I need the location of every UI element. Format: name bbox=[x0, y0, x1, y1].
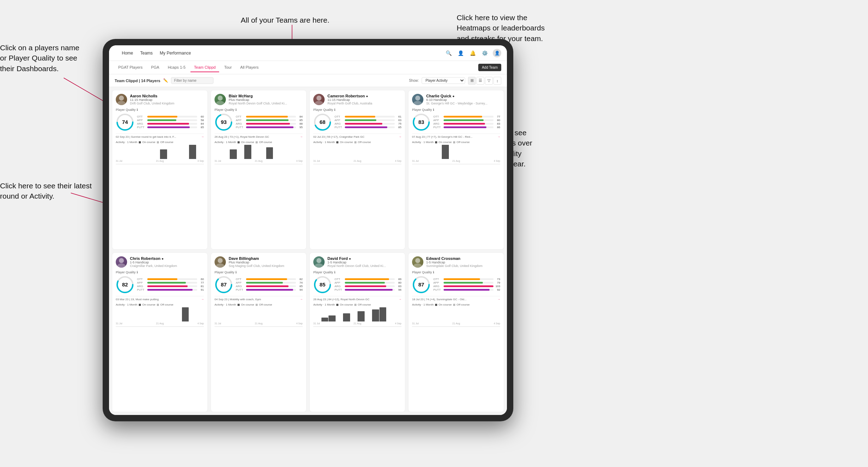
svg-point-10 bbox=[218, 96, 223, 101]
nav-icons: 🔍 👤 🔔 ⚙️ 👤 bbox=[445, 49, 501, 57]
stats-list: OTT 60 APP 77 ARG 81 bbox=[137, 278, 204, 292]
player-grid: Aaron Nicholls 11-15 Handicap Drift Golf… bbox=[109, 87, 507, 415]
player-club: Drift Golf Club, United Kingdom bbox=[130, 102, 204, 105]
svg-point-15 bbox=[316, 96, 321, 101]
stats-list: OTT 89 APP 80 ARG 83 bbox=[335, 278, 401, 292]
person-icon[interactable]: 👤 bbox=[457, 49, 464, 57]
chart-area: 31 Jul21 Aug4 Sep bbox=[215, 145, 303, 164]
avatar-icon[interactable]: 👤 bbox=[493, 49, 501, 57]
tab-all-players[interactable]: All Players bbox=[237, 63, 262, 72]
player-handicap: Plus Handicap bbox=[229, 261, 303, 264]
player-club: Royal North Devon Golf Club, United Ki..… bbox=[327, 264, 401, 268]
latest-round[interactable]: 26 Aug 23 | 84 (+12), Royal North Devon … bbox=[313, 296, 401, 301]
activity-label: Activity · 1 Month On course Off course bbox=[215, 303, 303, 306]
quality-circle[interactable]: 87 bbox=[215, 275, 233, 294]
add-team-button[interactable]: Add Team bbox=[478, 64, 501, 71]
quality-circle[interactable]: 68 bbox=[313, 113, 332, 131]
svg-text:74: 74 bbox=[122, 119, 128, 125]
tab-team-clippd[interactable]: Team Clippd bbox=[190, 63, 219, 72]
latest-round[interactable]: 07 Aug 23 | 77 (+7), St George's Hill GC… bbox=[412, 133, 500, 138]
quality-circle[interactable]: 93 bbox=[215, 113, 233, 131]
tab-bar: PGAT Players PGA Hcaps 1-5 Team Clippd T… bbox=[109, 61, 507, 74]
stat-row-arg: ARG 84 bbox=[137, 122, 204, 125]
show-select[interactable]: Player Activity Quality Score Trend bbox=[422, 77, 465, 84]
player-name[interactable]: Aaron Nicholls bbox=[130, 94, 158, 98]
quality-section: 85 OTT 89 APP 80 ARG bbox=[313, 275, 401, 294]
player-card: Cameron Robertson ● 11-15 Handicap Royal… bbox=[309, 90, 405, 250]
player-name[interactable]: David Ford bbox=[327, 256, 348, 261]
latest-round[interactable]: 04 Sep 23 | Mobility with coach, Gym → bbox=[215, 296, 303, 301]
filter-button[interactable]: ▽ bbox=[485, 77, 493, 85]
svg-text:87: 87 bbox=[221, 281, 227, 287]
nav-my-performance[interactable]: My Performance bbox=[160, 51, 191, 56]
activity-label: Activity · 1 Month On course Off course bbox=[116, 303, 204, 306]
latest-round[interactable]: 18 Jul 23 | 74 (+4), Sunningdale GC - Ol… bbox=[412, 296, 500, 301]
player-name[interactable]: Edward Crossman bbox=[426, 256, 461, 261]
nav-teams[interactable]: Teams bbox=[140, 51, 153, 56]
tab-pgat-players[interactable]: PGAT Players bbox=[115, 63, 146, 72]
latest-round[interactable]: 26 Aug 23 | 73 (+1), Royal North Devon G… bbox=[215, 133, 303, 138]
player-info: David Ford ● 1-5 Handicap Royal North De… bbox=[327, 256, 401, 268]
stats-list: OTT 73 APP 79 ARG 103 bbox=[433, 278, 500, 292]
svg-text:93: 93 bbox=[221, 119, 227, 125]
player-card: Aaron Nicholls 11-15 Handicap Drift Golf… bbox=[112, 90, 208, 250]
svg-text:68: 68 bbox=[320, 119, 326, 125]
stat-row-ott: OTT 77 bbox=[433, 115, 500, 118]
tab-pga[interactable]: PGA bbox=[148, 63, 163, 72]
activity-section: Activity · 1 Month On course Off course … bbox=[412, 141, 500, 164]
quality-circle[interactable]: 74 bbox=[116, 113, 134, 131]
activity-section: Activity · 1 Month On course Off course … bbox=[313, 303, 401, 327]
ipad-screen: Home Teams My Performance 🔍 👤 🔔 ⚙️ 👤 PGA… bbox=[109, 45, 507, 415]
stat-row-app: APP 80 bbox=[433, 119, 500, 122]
sort-button[interactable]: ↕ bbox=[493, 77, 501, 85]
stat-row-ott: OTT 73 bbox=[433, 278, 500, 281]
player-name[interactable]: Cameron Robertson bbox=[327, 94, 365, 98]
activity-section: Activity · 1 Month On course Off course … bbox=[412, 303, 500, 327]
quality-label: Player Quality ℹ bbox=[313, 270, 401, 274]
chart-area: 31 Jul21 Aug4 Sep bbox=[412, 145, 500, 164]
player-name[interactable]: Blair McHarg bbox=[229, 94, 253, 98]
bell-icon[interactable]: 🔔 bbox=[469, 49, 476, 57]
quality-circle[interactable]: 87 bbox=[412, 275, 430, 294]
player-avatar bbox=[313, 94, 325, 105]
player-club: Sunningdale Golf Club, United Kingdom bbox=[426, 264, 500, 268]
latest-round[interactable]: 02 Sep 23 | Sunrise round to get back in… bbox=[116, 133, 204, 138]
quality-circle[interactable]: 82 bbox=[116, 275, 134, 294]
stat-row-arg: ARG 83 bbox=[335, 285, 401, 288]
player-avatar bbox=[412, 256, 423, 268]
quality-circle[interactable]: 85 bbox=[313, 275, 332, 294]
edit-icon[interactable]: ✏️ bbox=[163, 78, 168, 83]
stat-row-app: APP 79 bbox=[433, 281, 500, 284]
player-name[interactable]: Charlie Quick bbox=[426, 94, 451, 98]
player-info: Charlie Quick ● 6-10 Handicap St. George… bbox=[426, 94, 500, 105]
tab-hcaps[interactable]: Hcaps 1-5 bbox=[164, 63, 189, 72]
grid-view-button[interactable]: ⊞ bbox=[468, 77, 476, 85]
stat-row-app: APP 77 bbox=[137, 281, 204, 284]
activity-section: Activity · 1 Month On course Off course … bbox=[116, 303, 204, 327]
search-icon[interactable]: 🔍 bbox=[445, 49, 452, 57]
player-info: Cameron Robertson ● 11-15 Handicap Royal… bbox=[327, 94, 401, 105]
svg-point-35 bbox=[316, 258, 321, 263]
svg-point-40 bbox=[415, 258, 420, 263]
svg-point-31 bbox=[216, 263, 224, 268]
search-input[interactable] bbox=[171, 77, 213, 84]
nav-home[interactable]: Home bbox=[122, 51, 133, 56]
player-name[interactable]: Dave Billingham bbox=[229, 256, 259, 261]
quality-section: 87 OTT 73 APP 79 ARG bbox=[412, 275, 500, 294]
player-name[interactable]: Chris Robertson bbox=[130, 256, 160, 261]
player-club: Royal Perth Golf Club, Australia bbox=[327, 102, 401, 105]
stats-list: OTT 82 APP 74 ARG 85 bbox=[236, 278, 303, 292]
latest-round[interactable]: 02 Jul 23 | 59 (+17), Craigmillar Park G… bbox=[313, 133, 401, 138]
latest-round[interactable]: 03 Mar 23 | 19, Must make putting → bbox=[116, 296, 204, 301]
player-avatar bbox=[412, 94, 423, 105]
player-info: Edward Crossman 1-5 Handicap Sunningdale… bbox=[426, 256, 500, 268]
player-handicap: 1-5 Handicap bbox=[426, 261, 500, 264]
list-view-button[interactable]: ☰ bbox=[476, 77, 484, 85]
player-avatar bbox=[116, 256, 127, 268]
activity-label: Activity · 1 Month On course Off course bbox=[412, 303, 500, 306]
quality-section: 74 OTT 60 APP 58 ARG bbox=[116, 113, 204, 131]
quality-circle[interactable]: 83 bbox=[412, 113, 430, 131]
tab-tour[interactable]: Tour bbox=[221, 63, 235, 72]
settings-icon[interactable]: ⚙️ bbox=[481, 49, 489, 57]
stats-list: OTT 77 APP 80 ARG 83 bbox=[433, 115, 500, 129]
